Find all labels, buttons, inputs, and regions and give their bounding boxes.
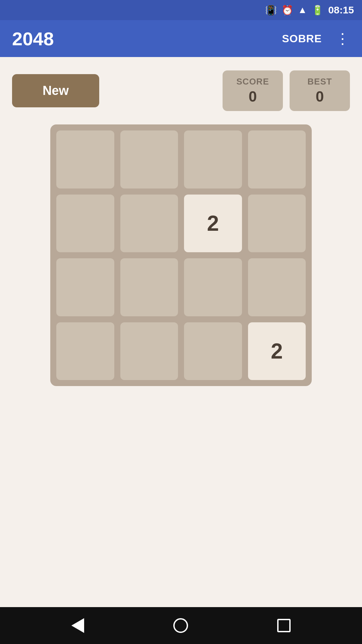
- status-icons: 📳 ⏰ ▲ 🔋 08:15: [265, 4, 354, 16]
- best-box: BEST 0: [290, 70, 350, 111]
- best-label: BEST: [307, 76, 332, 87]
- app-bar-actions: SOBRE ⋮: [282, 31, 350, 46]
- tile: [120, 195, 178, 253]
- home-icon: [173, 618, 188, 633]
- main-content: New SCORE 0 BEST 0 22: [0, 57, 362, 607]
- tile: [56, 258, 114, 316]
- status-time: 08:15: [328, 4, 354, 16]
- back-button[interactable]: [71, 618, 84, 633]
- about-button[interactable]: SOBRE: [282, 33, 322, 45]
- tile: [248, 195, 306, 253]
- signal-icon: ▲: [298, 5, 307, 15]
- tile: [120, 130, 178, 189]
- tile: [184, 322, 242, 380]
- score-value: 0: [249, 88, 257, 105]
- vibrate-icon: 📳: [265, 5, 277, 16]
- tile: [248, 130, 306, 189]
- app-bar: 2048 SOBRE ⋮: [0, 20, 362, 57]
- tile: [56, 322, 114, 380]
- battery-icon: 🔋: [312, 5, 323, 16]
- score-section: SCORE 0 BEST 0: [223, 70, 350, 111]
- score-label: SCORE: [236, 76, 269, 87]
- controls-row: New SCORE 0 BEST 0: [12, 70, 350, 111]
- new-game-button[interactable]: New: [12, 74, 99, 107]
- best-value: 0: [316, 88, 324, 105]
- tile: [56, 195, 114, 253]
- recent-button[interactable]: [277, 619, 291, 632]
- game-board[interactable]: 22: [50, 124, 312, 386]
- alarm-icon: ⏰: [282, 5, 293, 16]
- nav-bar: [0, 607, 362, 644]
- tile: [184, 258, 242, 316]
- recent-icon: [277, 619, 291, 632]
- menu-button[interactable]: ⋮: [335, 31, 350, 46]
- tile: 2: [184, 195, 242, 253]
- tile: [120, 258, 178, 316]
- back-icon: [71, 618, 84, 633]
- tile: [184, 130, 242, 189]
- score-box: SCORE 0: [223, 70, 283, 111]
- tile: [120, 322, 178, 380]
- app-title: 2048: [12, 28, 282, 50]
- home-button[interactable]: [173, 618, 188, 633]
- tile: [248, 258, 306, 316]
- tile: 2: [248, 322, 306, 380]
- tile: [56, 130, 114, 189]
- status-bar: 📳 ⏰ ▲ 🔋 08:15: [0, 0, 362, 20]
